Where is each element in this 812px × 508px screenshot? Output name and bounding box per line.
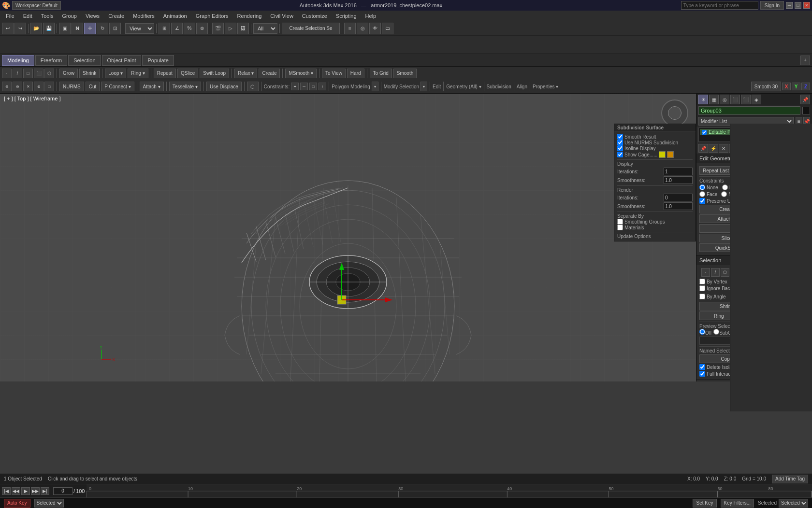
modifier-visible-cb[interactable] xyxy=(702,130,707,135)
panel-tab-modify[interactable]: ▦ xyxy=(709,95,719,104)
auto-key-btn[interactable]: Auto Key xyxy=(4,499,30,508)
save-btn[interactable]: 💾 xyxy=(43,23,55,34)
redo-btn[interactable]: ↪ xyxy=(14,23,26,34)
percent-snap-btn[interactable]: % xyxy=(184,23,195,34)
element-icon[interactable]: ⬡ xyxy=(44,69,54,78)
to-view-btn[interactable]: To View xyxy=(322,69,346,78)
viewport[interactable]: [ + ] [ Top ] [ Wireframe ] xyxy=(0,94,696,381)
key-filters-btn[interactable]: Key Filters... xyxy=(721,499,754,508)
border-icon[interactable]: □ xyxy=(23,69,33,78)
menu-tools[interactable]: Tools xyxy=(37,12,58,20)
tab-object-paint[interactable]: Object Paint xyxy=(102,55,142,66)
select-by-name-btn[interactable]: 𝗡 xyxy=(72,23,83,34)
cage-color2-swatch[interactable] xyxy=(667,151,674,158)
pin-btn[interactable]: 📌 xyxy=(800,95,810,104)
panel-tab-utilities[interactable]: ◈ xyxy=(752,95,761,104)
constraint-edge[interactable]: ─ xyxy=(300,83,308,90)
reference-dropdown[interactable]: ViewWorldLocal xyxy=(125,23,154,34)
open-btn[interactable]: 📂 xyxy=(30,23,42,34)
next-frame-btn[interactable]: ▶| xyxy=(41,487,49,495)
tab-modeling[interactable]: Modeling xyxy=(2,55,34,66)
menu-customize[interactable]: Customize xyxy=(298,12,331,20)
show-cage-cb[interactable] xyxy=(617,152,623,157)
radio-none[interactable]: None xyxy=(699,184,718,190)
menu-animation[interactable]: Animation xyxy=(160,12,191,20)
current-frame-input[interactable] xyxy=(53,487,72,495)
properties-dropdown[interactable]: Properties ▾ xyxy=(533,84,558,89)
next-key-btn[interactable]: ▶▶ xyxy=(31,487,40,495)
stack-unique[interactable]: ⚡ xyxy=(709,144,718,153)
menu-file[interactable]: File xyxy=(2,12,18,20)
repeat-btn[interactable]: Repeat xyxy=(154,69,176,78)
snap-btn[interactable]: ⊞ xyxy=(159,23,170,34)
menu-help[interactable]: Help xyxy=(362,12,380,20)
subobj-a[interactable]: ⊕ xyxy=(2,82,12,91)
render-setup-btn[interactable]: 🎬 xyxy=(212,23,224,34)
use-nurms-cb[interactable] xyxy=(617,140,623,145)
tab-selection[interactable]: Selection xyxy=(68,55,101,66)
maximize-btn[interactable]: □ xyxy=(795,2,801,9)
full-interactivity-cb[interactable] xyxy=(699,371,705,377)
qslice-btn[interactable]: QSlice xyxy=(177,69,198,78)
y-btn[interactable]: Y xyxy=(792,83,800,90)
menu-create[interactable]: Create xyxy=(104,12,128,20)
scene-explorer-btn[interactable]: 🗂 xyxy=(382,23,393,34)
render-smooth-input[interactable] xyxy=(664,202,693,210)
menu-modifiers[interactable]: Modifiers xyxy=(129,12,159,20)
shrink-btn[interactable]: Shrink xyxy=(79,69,100,78)
set-key-btn[interactable]: Set Key xyxy=(693,499,716,508)
prev-key-btn[interactable]: ◀◀ xyxy=(12,487,20,495)
move-btn[interactable]: ✛ xyxy=(84,23,96,34)
menu-edit[interactable]: Edit xyxy=(19,12,36,20)
prev-frame-btn[interactable]: |◀ xyxy=(2,487,11,495)
smoothing-groups-cb[interactable] xyxy=(617,219,623,225)
sel-border-icon[interactable]: ⬡ xyxy=(721,268,729,277)
preserve-uvs-cb[interactable] xyxy=(699,198,705,204)
timeline-scrubber[interactable]: 0 10 20 30 40 50 60 80 xyxy=(87,484,812,498)
close-btn[interactable]: ✕ xyxy=(803,2,810,9)
subobj-d[interactable]: ⊗ xyxy=(34,82,44,91)
object-name-input[interactable]: Group03 xyxy=(698,106,800,115)
geometry-all-dropdown[interactable]: Geometry (All) ▾ xyxy=(446,84,481,89)
menu-scripting[interactable]: Scripting xyxy=(332,12,361,20)
create-btn[interactable]: Create xyxy=(259,69,280,78)
hard-btn[interactable]: Hard xyxy=(347,69,364,78)
sign-in-btn[interactable]: Sign In xyxy=(760,1,784,10)
swift-loop-btn[interactable]: Swift Loop xyxy=(200,69,229,78)
iterations-input[interactable] xyxy=(664,168,693,175)
preview-off[interactable]: Off xyxy=(699,329,711,336)
ring-dropdown[interactable]: Ring ▾ xyxy=(128,69,148,78)
use-displace-btn[interactable]: Use Displace xyxy=(206,82,242,91)
attach-dropdown[interactable]: Attach ▾ xyxy=(140,82,164,91)
sel-vertex-icon[interactable]: · xyxy=(701,268,710,277)
smoothness-input[interactable] xyxy=(664,176,693,184)
add-time-tag-btn[interactable]: Add Time Tag xyxy=(772,475,808,483)
by-vertex-cb[interactable] xyxy=(699,279,705,284)
selected-dropdown[interactable]: Selected xyxy=(34,499,64,508)
sel-edge-icon[interactable]: / xyxy=(711,268,720,277)
edge-icon[interactable]: / xyxy=(13,69,22,78)
angle-snap-btn[interactable]: ∠ xyxy=(171,23,183,34)
compass[interactable] xyxy=(661,99,688,127)
preview-off-radio[interactable] xyxy=(699,329,705,335)
tab-freeform[interactable]: Freeform xyxy=(35,55,68,66)
undo-btn[interactable]: ↩ xyxy=(2,23,14,34)
constraint-normal[interactable]: ↑ xyxy=(319,83,326,90)
polygon-modeling-arrow[interactable]: ▾ xyxy=(372,82,378,91)
panel-tab-light[interactable]: ☀ xyxy=(698,95,708,104)
nurms-btn[interactable]: NURMS xyxy=(59,82,84,91)
radio-face[interactable]: Face xyxy=(699,191,717,197)
by-angle-cb[interactable] xyxy=(699,294,705,299)
panel-tab-motion[interactable]: ⬛ xyxy=(730,95,740,104)
radio-face-input[interactable] xyxy=(699,191,705,197)
stack-remove[interactable]: ✕ xyxy=(719,144,728,153)
poly-icon[interactable]: ⬛ xyxy=(34,69,44,78)
minimize-btn[interactable]: ─ xyxy=(786,2,793,9)
to-grid-btn[interactable]: To Grid xyxy=(370,69,392,78)
menu-graph-editors[interactable]: Graph Editors xyxy=(192,12,232,20)
smooth-result-cb[interactable] xyxy=(617,134,623,140)
subobj-c[interactable]: ✕ xyxy=(23,82,33,91)
search-input[interactable] xyxy=(681,1,758,10)
z-btn[interactable]: Z xyxy=(801,83,810,90)
radio-edge-input[interactable] xyxy=(722,184,728,190)
